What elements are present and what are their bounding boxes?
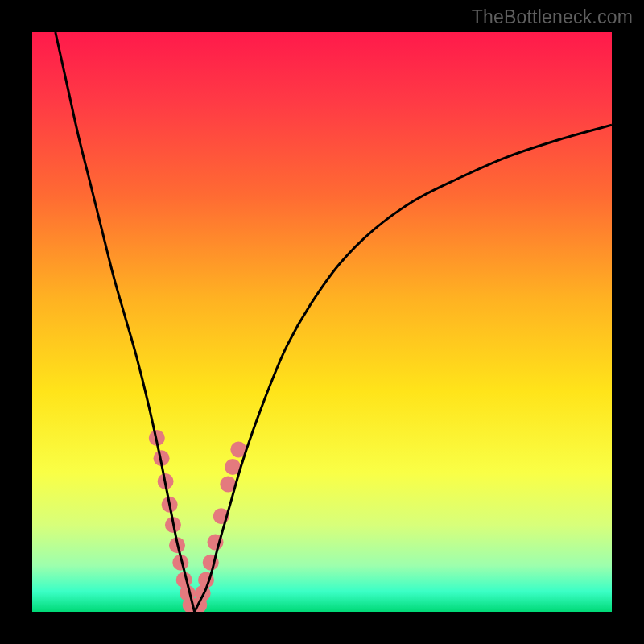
watermark-text: TheBottleneck.com <box>472 6 633 28</box>
curve-right <box>195 125 612 612</box>
curve-layer <box>32 32 612 612</box>
plot-area <box>32 32 612 612</box>
curve-left <box>56 32 195 612</box>
chart-frame: TheBottleneck.com <box>0 0 644 644</box>
scatter-points <box>149 430 247 612</box>
